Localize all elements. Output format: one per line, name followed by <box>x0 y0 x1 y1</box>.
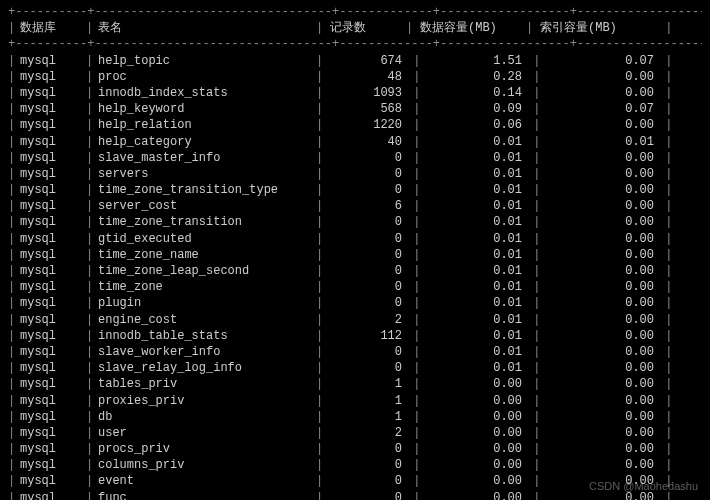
cell-db: mysql <box>20 312 86 328</box>
cell-records: 2 <box>328 312 406 328</box>
cell-db: mysql <box>20 182 86 198</box>
pipe-char: | <box>526 85 538 101</box>
pipe-char: | <box>86 231 98 247</box>
pipe-char: | <box>658 295 670 311</box>
pipe-char: | <box>658 214 670 230</box>
pipe-char: | <box>86 328 98 344</box>
cell-index-mb: 0.00 <box>538 344 658 360</box>
cell-db: mysql <box>20 328 86 344</box>
cell-index-mb: 0.00 <box>538 231 658 247</box>
pipe-char: | <box>8 150 20 166</box>
pipe-char: | <box>658 20 670 36</box>
pipe-char: | <box>316 69 328 85</box>
cell-index-mb: 0.00 <box>538 328 658 344</box>
pipe-char: | <box>526 214 538 230</box>
cell-index-mb: 0.00 <box>538 295 658 311</box>
table-row: | mysql| time_zone_name| 0 | 0.01 | 0.00… <box>8 247 702 263</box>
table-row: | mysql| columns_priv| 0 | 0.00 | 0.00 | <box>8 457 702 473</box>
pipe-char: | <box>86 312 98 328</box>
pipe-char: | <box>526 328 538 344</box>
cell-db: mysql <box>20 117 86 133</box>
pipe-char: | <box>406 117 418 133</box>
cell-records: 0 <box>328 263 406 279</box>
table-row: | mysql| tables_priv| 1 | 0.00 | 0.00 | <box>8 376 702 392</box>
pipe-char: | <box>526 69 538 85</box>
pipe-char: | <box>658 279 670 295</box>
table-row: | mysql| servers| 0 | 0.01 | 0.00 | <box>8 166 702 182</box>
cell-table: help_category <box>98 134 316 150</box>
cell-db: mysql <box>20 69 86 85</box>
pipe-char: | <box>8 441 20 457</box>
cell-table: help_keyword <box>98 101 316 117</box>
cell-data-mb: 0.01 <box>418 166 526 182</box>
pipe-char: | <box>658 312 670 328</box>
pipe-char: | <box>658 53 670 69</box>
pipe-char: | <box>526 312 538 328</box>
cell-db: mysql <box>20 53 86 69</box>
pipe-char: | <box>526 53 538 69</box>
pipe-char: | <box>406 295 418 311</box>
pipe-char: | <box>658 360 670 376</box>
pipe-char: | <box>658 457 670 473</box>
cell-table: proxies_priv <box>98 393 316 409</box>
cell-table: procs_priv <box>98 441 316 457</box>
cell-data-mb: 0.09 <box>418 101 526 117</box>
cell-db: mysql <box>20 214 86 230</box>
pipe-char: | <box>8 134 20 150</box>
pipe-char: | <box>86 263 98 279</box>
cell-data-mb: 0.01 <box>418 263 526 279</box>
cell-records: 112 <box>328 328 406 344</box>
cell-index-mb: 0.00 <box>538 69 658 85</box>
pipe-char: | <box>406 425 418 441</box>
pipe-char: | <box>86 247 98 263</box>
pipe-char: | <box>316 393 328 409</box>
cell-index-mb: 0.00 <box>538 376 658 392</box>
pipe-char: | <box>406 263 418 279</box>
cell-table: slave_relay_log_info <box>98 360 316 376</box>
cell-db: mysql <box>20 473 86 489</box>
divider-mid: +----------+----------------------------… <box>8 36 702 52</box>
pipe-char: | <box>526 409 538 425</box>
cell-records: 0 <box>328 150 406 166</box>
cell-records: 1 <box>328 393 406 409</box>
pipe-char: | <box>86 425 98 441</box>
cell-records: 0 <box>328 441 406 457</box>
pipe-char: | <box>526 101 538 117</box>
cell-data-mb: 0.00 <box>418 393 526 409</box>
pipe-char: | <box>8 53 20 69</box>
pipe-char: | <box>86 393 98 409</box>
cell-index-mb: 0.07 <box>538 53 658 69</box>
pipe-char: | <box>406 344 418 360</box>
pipe-char: | <box>406 376 418 392</box>
pipe-char: | <box>658 101 670 117</box>
cell-table: user <box>98 425 316 441</box>
pipe-char: | <box>406 328 418 344</box>
pipe-char: | <box>86 473 98 489</box>
cell-index-mb: 0.00 <box>538 263 658 279</box>
cell-db: mysql <box>20 101 86 117</box>
pipe-char: | <box>86 182 98 198</box>
cell-table: gtid_executed <box>98 231 316 247</box>
pipe-char: | <box>8 312 20 328</box>
table-row: | mysql| innodb_index_stats| 1093 | 0.14… <box>8 85 702 101</box>
pipe-char: | <box>406 20 418 36</box>
pipe-char: | <box>8 166 20 182</box>
cell-table: server_cost <box>98 198 316 214</box>
cell-records: 48 <box>328 69 406 85</box>
pipe-char: | <box>658 425 670 441</box>
cell-table: help_topic <box>98 53 316 69</box>
pipe-char: | <box>86 409 98 425</box>
cell-data-mb: 0.00 <box>418 376 526 392</box>
table-header-row: | 数据库 | 表名 | 记录数 | 数据容量(MB) | 索引容量(MB) | <box>8 20 702 36</box>
pipe-char: | <box>316 20 328 36</box>
cell-records: 0 <box>328 166 406 182</box>
cell-records: 568 <box>328 101 406 117</box>
cell-index-mb: 0.00 <box>538 182 658 198</box>
cell-records: 0 <box>328 490 406 500</box>
cell-db: mysql <box>20 457 86 473</box>
table-row: | mysql| server_cost| 6 | 0.01 | 0.00 | <box>8 198 702 214</box>
cell-records: 0 <box>328 344 406 360</box>
pipe-char: | <box>658 328 670 344</box>
table-row: | mysql| time_zone_leap_second| 0 | 0.01… <box>8 263 702 279</box>
cell-db: mysql <box>20 441 86 457</box>
